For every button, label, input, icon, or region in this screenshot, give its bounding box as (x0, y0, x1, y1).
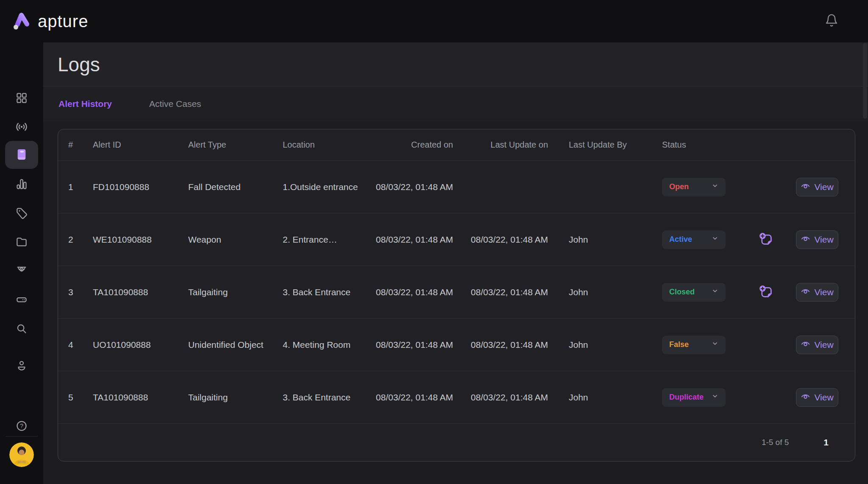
sidebar-item-live-alerts[interactable] (5, 113, 38, 141)
help-icon: ? (15, 420, 28, 434)
status-label: Open (669, 182, 689, 191)
column-header-created-on: Created on (363, 140, 453, 150)
pagination-page-1[interactable]: 1 (821, 437, 831, 448)
tab-alert-history[interactable]: Alert History (58, 99, 112, 109)
created-on: 08/03/22, 01:48 AM (363, 235, 453, 245)
grid-icon (15, 92, 28, 106)
eye-icon (801, 234, 810, 246)
status-label: False (669, 340, 689, 349)
column-header-last-update-on: Last Update on (453, 140, 548, 150)
book-icon (15, 148, 28, 162)
status-label: Duplicate (669, 393, 704, 402)
view-button[interactable]: View (796, 178, 838, 196)
tab-bar: Alert History Active Cases (43, 87, 868, 121)
last-update-by: John (548, 340, 645, 350)
last-update-by: John (548, 392, 645, 403)
bar-chart-icon (15, 178, 28, 192)
sidebar-item-cameras[interactable] (5, 257, 38, 285)
view-button[interactable]: View (796, 283, 838, 302)
last-update-on: 08/03/22, 01:48 AM (453, 287, 548, 297)
add-to-case-button[interactable] (755, 230, 776, 249)
sidebar-divider (6, 436, 38, 436)
column-header-last-update-by: Last Update By (548, 140, 645, 150)
user-icon (15, 359, 28, 373)
status-dropdown[interactable]: Active (662, 230, 726, 249)
topbar: apture (0, 0, 868, 42)
view-button[interactable]: View (796, 336, 838, 354)
alert-id: TA101090888 (93, 287, 188, 297)
table-row: 5 TA101090888 Tailgaiting 3. Back Entran… (58, 371, 855, 424)
row-number: 2 (68, 235, 93, 245)
add-to-case-button[interactable] (755, 283, 776, 302)
page-header: Logs (43, 42, 868, 87)
last-update-on: 08/03/22, 01:48 AM (453, 235, 548, 245)
row-number: 4 (68, 340, 93, 350)
brand: apture (12, 10, 88, 32)
add-to-case-icon (758, 231, 773, 248)
tag-icon (15, 207, 28, 221)
avatar[interactable] (9, 442, 34, 467)
view-button-label: View (814, 287, 833, 297)
alert-id: FD101090888 (93, 182, 188, 192)
alert-id: WE101090888 (93, 235, 188, 245)
pagination-range: 1-5 of 5 (762, 438, 789, 447)
status-dropdown[interactable]: Closed (662, 283, 726, 302)
sidebar-item-users[interactable] (5, 352, 38, 380)
sidebar-item-analytics[interactable] (5, 171, 38, 199)
page-scrollbar[interactable] (863, 43, 867, 119)
row-number: 5 (68, 392, 93, 403)
last-update-on: 08/03/22, 01:48 AM (453, 392, 548, 403)
created-on: 08/03/22, 01:48 AM (363, 340, 453, 350)
alert-id: UO101090888 (93, 340, 188, 350)
alert-type: Tailgaiting (188, 287, 283, 297)
alert-location: 3. Back Entrance (283, 287, 363, 297)
alert-type: Weapon (188, 235, 283, 245)
table-row: 2 WE101090888 Weapon 2. Entrance… 08/03/… (58, 213, 855, 266)
alert-type: Fall Detected (188, 182, 283, 192)
search-icon (15, 322, 28, 336)
created-on: 08/03/22, 01:48 AM (363, 182, 453, 192)
table-header-row: # Alert ID Alert Type Location Created o… (58, 129, 855, 161)
view-button[interactable]: View (796, 388, 838, 407)
svg-text:?: ? (20, 422, 23, 429)
sidebar-item-logs[interactable] (5, 141, 38, 169)
view-button-label: View (814, 235, 833, 245)
table-footer: 1-5 of 5 1 (58, 424, 855, 461)
tab-active-cases[interactable]: Active Cases (149, 99, 201, 109)
status-dropdown[interactable]: Open (662, 178, 726, 196)
column-header-num: # (68, 140, 93, 150)
sidebar-item-search[interactable] (5, 315, 38, 343)
status-dropdown[interactable]: False (662, 336, 726, 354)
apture-logo-icon (12, 10, 32, 32)
column-header-status: Status (645, 140, 755, 150)
view-button-label: View (814, 340, 833, 350)
add-to-case-icon (758, 284, 773, 301)
broadcast-icon (15, 120, 28, 135)
row-number: 1 (68, 182, 93, 192)
alert-type: Tailgaiting (188, 392, 283, 403)
table-body: 1 FD101090888 Fall Detected 1.Outside en… (58, 161, 855, 424)
alert-location: 3. Back Entrance (283, 392, 363, 403)
chevron-down-icon (712, 393, 718, 402)
chevron-down-icon (712, 288, 718, 297)
chevron-down-icon (712, 235, 718, 244)
created-on: 08/03/22, 01:48 AM (363, 392, 453, 403)
sidebar-item-files[interactable] (5, 228, 38, 256)
sidebar-item-dashboard[interactable] (5, 84, 38, 112)
sidebar-item-tags[interactable] (5, 199, 38, 227)
column-header-alert-id: Alert ID (93, 140, 188, 150)
bell-icon[interactable] (823, 12, 840, 29)
recorder-icon (15, 293, 28, 307)
sidebar-item-recorders[interactable] (5, 286, 38, 314)
alert-location: 1.Outside entrance (283, 182, 363, 192)
status-dropdown[interactable]: Duplicate (662, 388, 726, 407)
table-row: 4 UO101090888 Unidentified Object 4. Mee… (58, 319, 855, 371)
folder-icon (15, 235, 28, 249)
brand-name: apture (38, 12, 88, 31)
chevron-down-icon (712, 340, 718, 349)
eye-icon (801, 286, 810, 298)
view-button-label: View (814, 392, 833, 403)
view-button[interactable]: View (796, 230, 838, 249)
alert-location: 2. Entrance… (283, 235, 363, 245)
created-on: 08/03/22, 01:48 AM (363, 287, 453, 297)
